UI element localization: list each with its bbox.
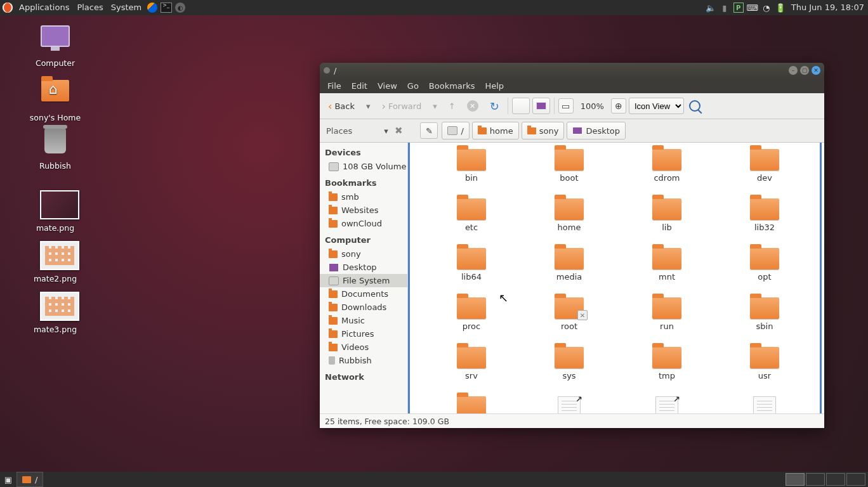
folder-home[interactable]: home [555, 198, 584, 248]
fold-icon [329, 290, 338, 298]
workspace-4[interactable] [846, 473, 865, 486]
menu-applications[interactable]: Applications [15, 0, 73, 15]
item-label: mnt [652, 272, 681, 282]
breadcrumb-home[interactable]: home [472, 122, 519, 140]
back-dropdown[interactable]: ▾ [362, 96, 375, 115]
trash-icon [329, 356, 335, 365]
taskbar-item-file-manager[interactable]: / [16, 472, 43, 487]
steam-launcher-icon[interactable]: ◐ [174, 2, 186, 13]
folder-icon [652, 248, 681, 269]
folder-bin[interactable]: bin [457, 149, 486, 198]
desktop-icon-rubbish[interactable]: Rubbish [20, 127, 90, 171]
sidebar-item-websites[interactable]: Websites [320, 204, 407, 217]
sidebar-item-documents[interactable]: Documents [320, 287, 407, 301]
folder-lib[interactable]: lib [652, 198, 681, 248]
zoom-level[interactable]: 100% [576, 96, 608, 115]
zoom-out-button[interactable]: ▭ [558, 98, 574, 114]
sidebar-item-videos[interactable]: Videos [320, 341, 407, 354]
menu-edit[interactable]: Edit [346, 81, 372, 91]
menu-view[interactable]: View [372, 81, 402, 91]
back-button[interactable]: ‹ Back [324, 96, 359, 115]
folder-item[interactable] [457, 396, 486, 413]
menu-go[interactable]: Go [402, 81, 424, 91]
pathbar: Places▾ ✖ ✎ /homesonyDesktop [320, 119, 824, 143]
item-label: cdrom [652, 173, 681, 183]
sidebar-item-music[interactable]: Music [320, 314, 407, 327]
battery-tray-icon[interactable]: 🔋 [775, 2, 786, 13]
folder-cdrom[interactable]: cdrom [652, 149, 681, 198]
network-tray-icon[interactable]: ◔ [761, 2, 772, 13]
folder-sys[interactable]: sys [555, 347, 584, 396]
folder-icon [652, 149, 681, 171]
sidebar-item-pictures[interactable]: Pictures [320, 327, 407, 341]
fold-icon [329, 317, 338, 325]
window-titlebar[interactable]: / – ▢ ✕ [320, 63, 824, 78]
home-icon-button[interactable] [512, 98, 530, 114]
folder-etc[interactable]: etc [457, 198, 486, 248]
folder-item[interactable] [655, 396, 678, 413]
folder-opt[interactable]: opt [750, 248, 779, 297]
terminal-launcher-icon[interactable] [161, 2, 172, 13]
sidebar-item-sony[interactable]: sony [320, 247, 407, 261]
edit-path-button[interactable]: ✎ [420, 122, 438, 139]
folder-lib64[interactable]: lib64 [457, 248, 486, 297]
firefox-launcher-icon[interactable] [147, 2, 158, 13]
zoom-in-button[interactable]: ⊕ [611, 98, 626, 114]
p-tray-icon[interactable]: P [733, 2, 744, 13]
sidebar-item-downloads[interactable]: Downloads [320, 301, 407, 314]
folder-mnt[interactable]: mnt [652, 248, 681, 297]
close-button[interactable]: ✕ [812, 66, 820, 75]
desktop-icon-mate3-png[interactable]: mate3.png [20, 292, 90, 334]
places-dropdown[interactable]: Places▾ [324, 126, 391, 136]
plus-icon: ⊕ [615, 101, 622, 111]
sidebar-item-smb[interactable]: smb [320, 190, 407, 204]
workspace-1[interactable] [786, 473, 805, 486]
breadcrumb-sony[interactable]: sony [522, 122, 565, 140]
folder-media[interactable]: media [555, 248, 584, 297]
desktop-icon-mate2-png[interactable]: mate2.png [20, 241, 90, 283]
sidebar-item-owncloud[interactable]: ownCloud [320, 217, 407, 230]
sidebar-item-desktop[interactable]: Desktop [320, 261, 407, 274]
folder-boot[interactable]: boot [555, 149, 584, 198]
item-label: bin [457, 173, 486, 183]
desktop-icon-mate-png[interactable]: mate.png [20, 190, 90, 233]
menu-places[interactable]: Places [73, 0, 107, 15]
menu-file[interactable]: File [322, 81, 346, 91]
view-mode-selector[interactable]: Icon View [629, 98, 684, 114]
breadcrumb--[interactable]: / [442, 122, 469, 140]
menu-bookmarks[interactable]: Bookmarks [424, 81, 480, 91]
desktop-icon-computer[interactable]: Computer [20, 25, 90, 68]
desktop-icon-sony-s-home[interactable]: sony's Home [20, 76, 90, 122]
minimize-button[interactable]: – [789, 66, 798, 75]
folder-usr[interactable]: usr [750, 347, 779, 396]
folder-lib32[interactable]: lib32 [750, 198, 779, 248]
folder-root[interactable]: root [555, 297, 584, 347]
show-desktop-button[interactable]: ▣ [3, 474, 14, 485]
sidebar-item-file-system[interactable]: File System [320, 274, 407, 287]
folder-item[interactable] [753, 396, 776, 413]
sidebar-heading: Computer [320, 230, 407, 247]
clock[interactable]: Thu Jun 19, 18:07 [787, 0, 865, 15]
folder-sbin[interactable]: sbin [750, 297, 779, 347]
keyboard-tray-icon[interactable]: ⌨ [747, 2, 758, 13]
indicator-tray-icon[interactable]: ▮ [719, 2, 730, 13]
menu-system[interactable]: System [107, 0, 145, 15]
computer-icon-button[interactable] [532, 98, 550, 114]
folder-srv[interactable]: srv [457, 347, 486, 396]
workspace-3[interactable] [826, 473, 845, 486]
folder-run[interactable]: run [652, 297, 681, 347]
close-sidebar-button[interactable]: ✖ [395, 125, 403, 136]
folder-item[interactable] [558, 396, 581, 413]
workspace-2[interactable] [806, 473, 825, 486]
sidebar-item-rubbish[interactable]: Rubbish [320, 354, 407, 367]
folder-dev[interactable]: dev [750, 149, 779, 198]
reload-button[interactable]: ↻ [485, 96, 504, 115]
volume-tray-icon[interactable]: 🔈 [705, 2, 716, 13]
folder-proc[interactable]: proc [457, 297, 486, 347]
sidebar-item-108-gb-volume[interactable]: 108 GB Volume [320, 160, 407, 173]
folder-tmp[interactable]: tmp [652, 347, 681, 396]
search-button[interactable] [687, 98, 703, 114]
breadcrumb-Desktop[interactable]: Desktop [567, 122, 626, 140]
maximize-button[interactable]: ▢ [800, 66, 809, 75]
menu-help[interactable]: Help [480, 81, 509, 91]
